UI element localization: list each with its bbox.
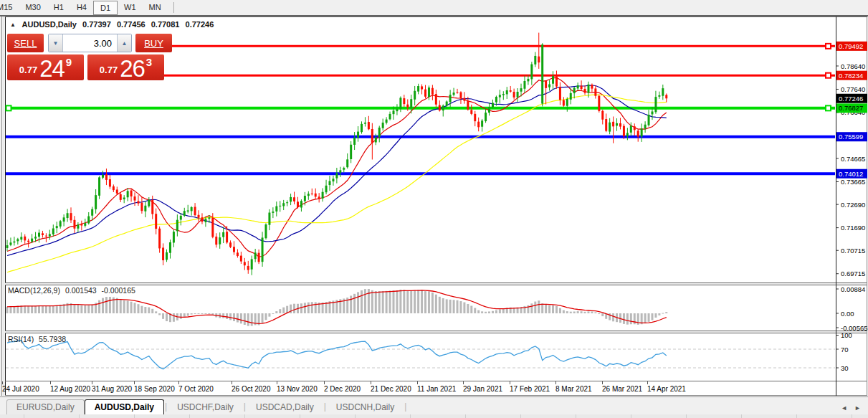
timeframe-h1[interactable]: H1 (47, 1, 70, 14)
lot-size-input[interactable]: 3.00 (63, 34, 117, 52)
date-label: 31 Aug 2020 (92, 385, 133, 393)
macd-axis-label: 0.00 (841, 310, 854, 318)
ohlc-high: 0.77456 (117, 20, 146, 29)
sell-price-prefix: 0.77 (19, 65, 37, 75)
rsi-indicator-label: RSI(14) 55.7938 (8, 335, 69, 343)
rsi-name: RSI(14) (8, 335, 34, 343)
date-label: 14 Apr 2021 (647, 385, 686, 393)
tab-scroll-left-icon[interactable]: ◄ (841, 404, 847, 412)
macd-signal-value: -0.000165 (102, 286, 135, 295)
date-label: 24 Jul 2020 (2, 385, 39, 393)
tab-usdchf-daily[interactable]: USDCHF,Daily (168, 400, 243, 415)
one-click-trading-panel: SELL ▼ 3.00 ▲ BUY 0.77 24 9 0.77 26 3 (6, 33, 164, 81)
price-badge-label: 0.79492 (839, 42, 863, 50)
timeframe-d1[interactable]: D1 (93, 1, 118, 15)
tab-audusd-daily[interactable]: AUDUSD,Daily (85, 399, 164, 416)
price-badge-label: 0.76827 (839, 104, 863, 112)
rsi-value: 55.7938 (39, 335, 66, 343)
sell-price-main: 24 (39, 59, 65, 79)
date-label: 11 Jan 2021 (417, 385, 457, 393)
tab-separator: | (244, 402, 246, 412)
sell-button[interactable]: SELL (7, 34, 44, 52)
toolbar-divider (0, 15, 868, 16)
tab-usdcnh-daily[interactable]: USDCNH,Daily (327, 400, 404, 415)
spread-increase-button[interactable]: ▲ (117, 34, 131, 52)
toolbar-separator (173, 2, 174, 13)
price-tick-label: 0.77640 (841, 85, 865, 93)
sell-price-sup: 9 (66, 56, 72, 68)
date-label: 2 Dec 2020 (324, 385, 361, 393)
macd-name: MACD(12,26,9) (8, 286, 60, 295)
date-label: 13 Nov 2020 (277, 385, 318, 393)
date-label: 26 Oct 2020 (232, 385, 271, 393)
date-label: 8 Mar 2021 (555, 385, 592, 393)
price-tick-label: 0.69715 (841, 270, 865, 277)
price-badge-label: 0.74012 (839, 170, 863, 178)
tab-separator: | (404, 402, 406, 412)
chevron-down-icon: ▼ (53, 40, 59, 47)
macd-axis-label: -0.005651 (841, 324, 868, 332)
price-badge-label: 0.78234 (839, 72, 863, 80)
tab-eurusd-daily[interactable]: EURUSD,Daily (6, 399, 85, 415)
rsi-axis-label: 100 (841, 331, 852, 339)
spread-spinner: ▼ 3.00 ▲ (48, 34, 132, 52)
sell-price-display[interactable]: 0.77 24 9 (7, 54, 84, 80)
chart-symbol: AUDUSD,Daily (22, 20, 77, 29)
timeframe-toolbar: M15M30H1H4D1W1MN (0, 0, 868, 15)
price-tick-label: 0.71690 (841, 224, 865, 232)
spread-decrease-button[interactable]: ▼ (49, 34, 63, 52)
symbol-triangle-icon: ▲ (10, 22, 16, 28)
symbol-tabs: EURUSD,DailyAUDUSD,Daily|USDCHF,Daily|US… (0, 397, 868, 415)
line-handle (826, 44, 831, 49)
tab-usdcad-daily[interactable]: USDCAD,Daily (247, 400, 323, 415)
timeframe-m30[interactable]: M30 (19, 1, 47, 14)
timeframe-w1[interactable]: W1 (118, 1, 143, 14)
ohlc-close: 0.77246 (186, 20, 214, 29)
tab-separator: | (165, 402, 167, 412)
timeframe-m15[interactable]: M15 (0, 1, 19, 14)
tab-separator: | (324, 402, 326, 412)
buy-button[interactable]: BUY (135, 34, 172, 52)
bottom-grip-strip (0, 414, 868, 418)
buy-price-sup: 3 (146, 56, 152, 68)
price-badge-label: 0.77246 (839, 95, 863, 103)
date-label: 17 Feb 2021 (510, 385, 550, 393)
timeframe-h4[interactable]: H4 (70, 1, 93, 14)
line-handle (826, 105, 831, 110)
date-label: 7 Oct 2020 (178, 385, 214, 393)
buy-price-main: 26 (120, 59, 145, 79)
price-tick-label: 0.78640 (841, 62, 865, 70)
macd-indicator-label: MACD(12,26,9) 0.001543 -0.000165 (8, 286, 138, 295)
macd-axis-label: 0.00884 (841, 285, 865, 293)
chart-title: ▲ AUDUSD,Daily 0.77397 0.77456 0.77081 0… (10, 20, 214, 29)
date-label: 21 Dec 2020 (371, 385, 411, 393)
date-label: 12 Aug 2020 (50, 385, 91, 393)
macd-main-value: 0.001543 (65, 286, 97, 295)
price-badge-label: 0.75599 (839, 133, 863, 141)
line-handle (6, 105, 11, 110)
chevron-up-icon: ▲ (122, 40, 128, 47)
line-handle (826, 73, 831, 78)
timeframe-mn[interactable]: MN (143, 1, 168, 14)
ohlc-open: 0.77397 (82, 20, 111, 29)
price-tick-label: 0.72690 (841, 201, 865, 209)
ohlc-low: 0.77081 (151, 20, 180, 29)
rsi-axis-label: 70 (841, 346, 849, 353)
buy-price-prefix: 0.77 (100, 65, 118, 75)
buy-price-display[interactable]: 0.77 26 3 (87, 54, 164, 80)
rsi-axis-label: 30 (841, 364, 849, 372)
price-tick-label: 0.70715 (841, 247, 865, 255)
date-label: 18 Sep 2020 (134, 385, 175, 393)
tab-scroll-controls: ◄ ► (841, 404, 861, 412)
tab-scroll-right-icon[interactable]: ► (854, 404, 861, 412)
price-tick-label: 0.74665 (841, 155, 865, 163)
date-label: 29 Jan 2021 (463, 385, 502, 393)
price-tick-label: 0.73665 (841, 178, 865, 186)
date-label: 26 Mar 2021 (602, 385, 643, 393)
